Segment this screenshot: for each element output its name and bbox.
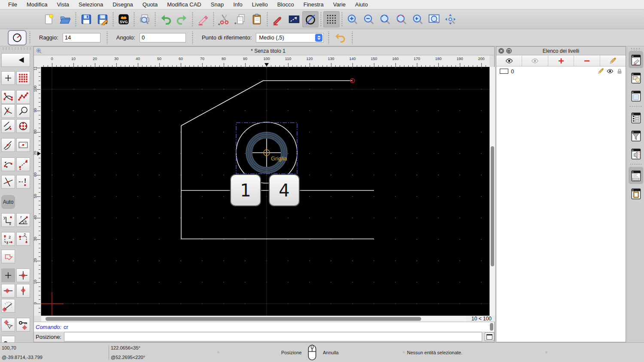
dock-selection-filter[interactable] — [629, 127, 643, 144]
dock-pen-palette[interactable] — [629, 145, 643, 162]
dock-command-widget[interactable] — [629, 167, 643, 184]
layer-row[interactable]: 0 — [496, 66, 626, 76]
reference-point-select[interactable]: Medio (,5) — [256, 33, 324, 42]
angle-input[interactable] — [140, 33, 186, 42]
snap-middle[interactable] — [16, 138, 30, 152]
set-relative-zero[interactable] — [1, 318, 15, 332]
menu-varie[interactable]: Varie — [328, 1, 350, 8]
menu-seleziona[interactable]: Seleziona — [74, 1, 108, 8]
relative-polar[interactable]: 12 — [16, 232, 30, 246]
restrict-vertical[interactable] — [16, 284, 30, 298]
grid-toggle-button[interactable] — [323, 11, 340, 27]
dock-block-list[interactable] — [629, 69, 643, 86]
layer-lock-icon[interactable] — [616, 68, 623, 75]
menu-info[interactable]: Info — [228, 1, 247, 8]
command-scrollbar-thumb[interactable] — [490, 323, 493, 331]
menu-finestra[interactable]: Finestra — [299, 1, 328, 8]
save-as-button[interactable] — [94, 11, 111, 27]
redo-button[interactable] — [174, 11, 190, 27]
zoom-in-button[interactable] — [344, 11, 361, 27]
zoom-out-button[interactable] — [361, 11, 377, 27]
zoom-selection-button[interactable] — [393, 11, 410, 27]
dock-property-editor[interactable] — [629, 109, 643, 126]
dock-drag-handle[interactable] — [630, 48, 641, 50]
drawing-window-titlebar[interactable]: * Senza titolo 1 — [34, 47, 494, 55]
close-panel-icon[interactable]: ✕ — [498, 48, 504, 54]
menu-blocco[interactable]: Blocco — [273, 1, 299, 8]
snap-restriction-info[interactable]: ! — [16, 175, 30, 189]
dock-layer-list[interactable] — [629, 51, 643, 68]
add-layer-button[interactable] — [548, 55, 574, 66]
horizontal-scrollbar-track[interactable] — [41, 316, 466, 321]
snap-on-entity[interactable] — [16, 90, 30, 104]
command-window-toggle-button[interactable] — [485, 332, 494, 341]
circle-tool-indicator[interactable] — [8, 30, 27, 45]
menu-snap[interactable]: Snap — [206, 1, 228, 8]
zoom-previous-button[interactable] — [410, 11, 426, 27]
remove-layer-button[interactable] — [574, 55, 600, 66]
menu-file[interactable]: File — [3, 1, 22, 8]
save-button[interactable] — [78, 11, 94, 27]
menu-vista[interactable]: Vista — [52, 1, 74, 8]
selection-loop[interactable] — [1, 250, 15, 263]
cut-button[interactable] — [216, 11, 232, 27]
delete-button[interactable] — [195, 11, 211, 27]
command-input[interactable] — [64, 332, 482, 341]
menu-disegna[interactable]: Disegna — [108, 1, 138, 8]
edit-layer-button[interactable] — [600, 55, 626, 66]
snap-entity-handle[interactable] — [16, 104, 30, 118]
menu-livello[interactable]: Livello — [247, 1, 273, 8]
radius-input[interactable] — [63, 33, 100, 42]
command-history-row[interactable]: Comando: cr — [34, 322, 494, 332]
paste-button[interactable] — [249, 11, 265, 27]
undo-button[interactable] — [158, 11, 174, 27]
snap-intersection-manual[interactable] — [1, 175, 15, 189]
zoom-auto-button[interactable] — [377, 11, 393, 27]
snap-center[interactable] — [16, 119, 30, 133]
print-preview-button[interactable] — [137, 11, 153, 27]
properties-button[interactable] — [286, 11, 302, 27]
new-document-button[interactable] — [41, 11, 57, 27]
vertical-scrollbar[interactable] — [489, 67, 495, 316]
horizontal-scrollbar-thumb[interactable] — [46, 317, 421, 321]
copy-button[interactable] — [232, 11, 249, 27]
dock-library-browser[interactable] — [629, 87, 643, 104]
snap-tangent[interactable] — [1, 138, 15, 152]
svg-export-button[interactable]: SVG — [115, 11, 132, 27]
snap-endpoints[interactable] — [1, 90, 15, 104]
restrict-horizontal[interactable] — [1, 284, 15, 298]
snap-auto-button[interactable]: Auto — [1, 195, 15, 209]
undock-panel-icon[interactable]: ❐ — [506, 48, 512, 54]
angle-gauge-tool[interactable] — [1, 299, 15, 313]
snap-grid[interactable] — [16, 71, 30, 85]
layer-visible-icon[interactable] — [607, 68, 614, 75]
snap-intersection-auto[interactable] — [1, 104, 15, 118]
edit-layer-icon[interactable] — [597, 68, 604, 75]
coordinate-polar[interactable]: ra — [16, 213, 30, 227]
show-all-layers-button[interactable] — [496, 55, 522, 66]
restore-defaults-button[interactable] — [332, 31, 349, 45]
snap-auto-distance[interactable] — [1, 157, 15, 171]
restrict-orthogonal[interactable] — [16, 268, 30, 282]
menu-aiuto[interactable]: Aiuto — [350, 1, 373, 8]
open-button[interactable] — [57, 11, 73, 27]
snap-nearest[interactable] — [1, 119, 15, 133]
zoom-window-button[interactable] — [426, 11, 442, 27]
menu-quota[interactable]: Quota — [138, 1, 162, 8]
snap-distance-manual[interactable]: 12 — [16, 157, 30, 171]
relative-cartesian[interactable]: 12 — [1, 232, 15, 246]
drawing-canvas[interactable]: Griglia 14 — [41, 67, 489, 316]
restrict-nothing[interactable] — [1, 268, 15, 282]
zoom-pan-button[interactable] — [442, 11, 459, 27]
attributes-button[interactable] — [270, 11, 286, 27]
menu-modifica-cad[interactable]: Modifica CAD — [162, 1, 206, 8]
horizontal-scrollbar[interactable]: 10 < 100 — [41, 316, 495, 322]
snap-free[interactable] — [1, 71, 15, 85]
coordinate-cartesian[interactable]: yx — [1, 213, 15, 227]
menu-modifica[interactable]: Modifica — [22, 1, 52, 8]
lock-relative-zero[interactable] — [16, 318, 30, 332]
vertical-scrollbar-thumb[interactable] — [491, 146, 494, 266]
draw-circle-button[interactable] — [302, 11, 319, 27]
hide-all-layers-button[interactable] — [522, 55, 548, 66]
dock-clipboard[interactable] — [629, 185, 643, 202]
